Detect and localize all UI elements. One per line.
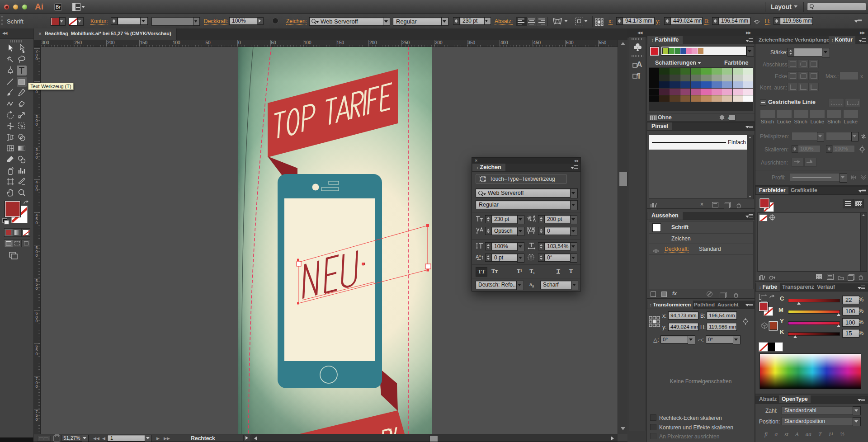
svg-text:¶: ¶ bbox=[637, 71, 640, 79]
svg-text:T: T bbox=[482, 177, 485, 181]
svg-text:Aª: Aª bbox=[476, 254, 481, 259]
svg-text:A: A bbox=[637, 60, 642, 69]
